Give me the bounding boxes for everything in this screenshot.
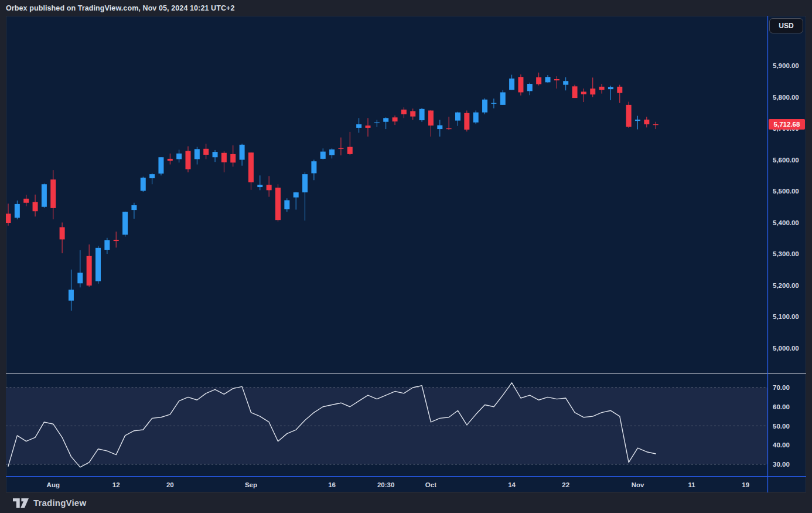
candle-body <box>572 86 578 98</box>
candle-body <box>419 109 425 120</box>
currency-badge-label: USD <box>779 22 793 30</box>
candle-body <box>590 89 595 94</box>
candle-body <box>230 154 236 162</box>
candle-body <box>491 103 496 104</box>
rsi-tick-label: 40.00 <box>773 441 790 449</box>
time-tick-label: 22 <box>562 481 569 488</box>
candle-body <box>195 149 200 159</box>
tradingview-brand-label: TradingView <box>33 498 86 508</box>
candle-body <box>455 113 460 121</box>
candle-body <box>60 227 65 240</box>
candle-body <box>15 204 20 218</box>
candle-body <box>141 178 146 191</box>
candle-body <box>23 199 29 203</box>
candle-body <box>563 81 568 84</box>
rsi-tick-label: 60.00 <box>773 403 790 410</box>
candle-body <box>149 174 155 178</box>
candle-body <box>599 87 605 90</box>
candle-body <box>428 111 434 126</box>
time-tick-label: 20 <box>166 481 174 488</box>
candle-body <box>536 77 541 84</box>
candle-body <box>50 179 56 208</box>
candle-body <box>644 120 649 124</box>
rsi-tick-label: 50.00 <box>773 423 790 430</box>
candle-body <box>33 202 38 212</box>
candle-body <box>437 125 442 129</box>
candle-body <box>248 152 254 182</box>
candle-body <box>95 248 101 281</box>
price-tick-label: 5,000.00 <box>773 345 799 352</box>
candle-body <box>473 113 479 123</box>
candle-body <box>176 154 182 159</box>
candle-body <box>329 150 335 155</box>
candle-body <box>77 273 83 283</box>
price-tick-label: 5,500.00 <box>773 188 799 195</box>
candle-body <box>158 157 163 174</box>
candle-body <box>6 214 11 223</box>
time-tick-label: 19 <box>742 481 749 488</box>
candle-body <box>545 77 551 82</box>
candle-body <box>482 100 487 113</box>
candle-body <box>131 205 137 210</box>
time-tick-label: Oct <box>425 481 436 488</box>
candle-body <box>267 185 272 190</box>
price-tick-label: 5,800.00 <box>773 94 799 101</box>
candle-body <box>42 184 47 207</box>
candle-body <box>527 84 533 91</box>
last-price-value: 5,712.68 <box>774 121 800 128</box>
price-tick-label: 5,100.00 <box>773 313 799 320</box>
rsi-tick-label: 70.00 <box>773 384 790 391</box>
price-tick-label: 5,200.00 <box>773 282 799 289</box>
candle-body <box>383 118 388 121</box>
candle-body <box>284 201 289 210</box>
candle-body <box>320 152 326 159</box>
candle-body <box>186 151 191 169</box>
time-tick-label: 20:30 <box>377 481 394 488</box>
footer-bar: TradingView <box>0 492 812 513</box>
candle-body <box>221 153 227 162</box>
candle-body <box>347 147 353 154</box>
candle-body <box>401 110 407 114</box>
candle-body <box>87 256 92 286</box>
candle-body <box>240 145 245 160</box>
price-tick-label: 5,600.00 <box>773 157 799 164</box>
candle-body <box>500 92 506 104</box>
price-tick-label: 5,400.00 <box>773 219 799 226</box>
tradingview-logo-icon <box>13 498 29 508</box>
time-tick-label: 16 <box>328 481 336 488</box>
price-tick-label: 5,300.00 <box>773 250 799 257</box>
candle-body <box>213 152 218 157</box>
candle-body <box>581 91 586 94</box>
chart-canvas[interactable] <box>0 0 812 513</box>
time-tick-label: 11 <box>688 481 695 488</box>
tradingview-brand-link[interactable]: TradingView <box>13 498 86 508</box>
candle-body <box>626 105 632 127</box>
candle-body <box>608 87 613 89</box>
page: { "header": { "title": "Orbex published … <box>0 0 812 513</box>
candle-body <box>366 125 371 128</box>
candle-body <box>275 188 281 220</box>
candle-body <box>554 79 559 80</box>
candle-body <box>617 87 622 93</box>
rsi-tick-label: 30.00 <box>773 461 790 468</box>
candle-body <box>302 174 308 192</box>
candle-body <box>635 120 640 121</box>
candles-group <box>6 73 659 311</box>
price-tick-label: 5,900.00 <box>773 62 799 69</box>
candle-body <box>122 212 128 235</box>
candle-body <box>69 290 74 301</box>
last-price-tag: 5,712.68 <box>769 119 805 130</box>
time-tick-label: Sep <box>245 481 257 488</box>
currency-badge-button[interactable]: USD <box>769 18 803 33</box>
time-tick-label: Aug <box>47 481 60 488</box>
candle-body <box>203 149 209 155</box>
time-tick-label: Nov <box>632 481 644 488</box>
candle-body <box>374 123 380 123</box>
time-tick-label: 12 <box>112 481 120 488</box>
candle-body <box>356 124 361 128</box>
candle-body <box>653 124 659 125</box>
candle-body <box>509 79 514 90</box>
candle-body <box>446 128 452 129</box>
candle-body <box>393 117 398 121</box>
candle-body <box>338 148 343 149</box>
